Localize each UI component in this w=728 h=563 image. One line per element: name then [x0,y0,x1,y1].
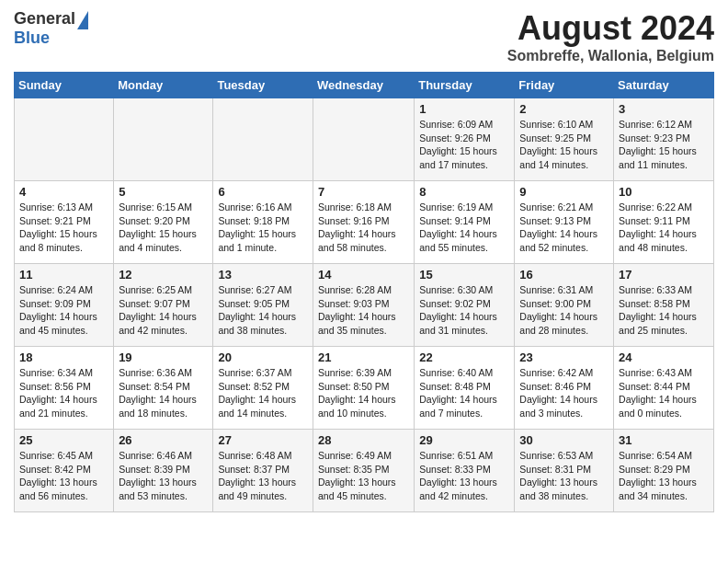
day-number: 22 [419,350,509,364]
calendar-cell: 8Sunrise: 6:19 AM Sunset: 9:14 PM Daylig… [415,181,515,264]
cell-content: Sunrise: 6:48 AM Sunset: 8:37 PM Dayligh… [218,449,308,503]
day-number: 13 [218,268,308,282]
calendar-cell: 25Sunrise: 6:45 AM Sunset: 8:42 PM Dayli… [15,430,114,512]
day-number: 25 [19,433,108,447]
cell-content: Sunrise: 6:22 AM Sunset: 9:11 PM Dayligh… [619,201,709,255]
calendar-cell: 26Sunrise: 6:46 AM Sunset: 8:39 PM Dayli… [114,430,213,512]
cell-content: Sunrise: 6:34 AM Sunset: 8:56 PM Dayligh… [19,366,108,420]
day-number: 4 [19,185,108,199]
calendar-cell: 5Sunrise: 6:15 AM Sunset: 9:20 PM Daylig… [114,181,213,264]
cell-content: Sunrise: 6:19 AM Sunset: 9:14 PM Dayligh… [419,201,509,255]
day-number: 5 [119,185,208,199]
header-thursday: Thursday [415,73,515,98]
calendar-cell [213,98,313,181]
cell-content: Sunrise: 6:12 AM Sunset: 9:23 PM Dayligh… [619,118,709,172]
header-row: SundayMondayTuesdayWednesdayThursdayFrid… [15,73,714,98]
day-number: 8 [419,185,509,199]
day-number: 6 [218,185,308,199]
header-wednesday: Wednesday [313,73,414,98]
calendar-cell [313,98,414,181]
day-number: 23 [519,350,609,364]
calendar-cell: 31Sunrise: 6:54 AM Sunset: 8:29 PM Dayli… [614,430,714,512]
calendar-cell: 19Sunrise: 6:36 AM Sunset: 8:54 PM Dayli… [114,347,213,430]
day-number: 3 [619,102,709,116]
cell-content: Sunrise: 6:21 AM Sunset: 9:13 PM Dayligh… [519,201,609,255]
day-number: 1 [419,102,509,116]
cell-content: Sunrise: 6:09 AM Sunset: 9:26 PM Dayligh… [419,118,509,172]
calendar-cell: 20Sunrise: 6:37 AM Sunset: 8:52 PM Dayli… [213,347,313,430]
week-row-3: 11Sunrise: 6:24 AM Sunset: 9:09 PM Dayli… [15,264,714,347]
week-row-5: 25Sunrise: 6:45 AM Sunset: 8:42 PM Dayli… [15,430,714,512]
cell-content: Sunrise: 6:10 AM Sunset: 9:25 PM Dayligh… [519,118,609,172]
logo-triangle-icon [77,11,88,29]
cell-content: Sunrise: 6:18 AM Sunset: 9:16 PM Dayligh… [318,201,409,255]
calendar-cell: 23Sunrise: 6:42 AM Sunset: 8:46 PM Dayli… [515,347,614,430]
week-row-1: 1Sunrise: 6:09 AM Sunset: 9:26 PM Daylig… [15,98,714,181]
header-tuesday: Tuesday [213,73,313,98]
calendar-cell: 12Sunrise: 6:25 AM Sunset: 9:07 PM Dayli… [114,264,213,347]
day-number: 24 [619,350,709,364]
cell-content: Sunrise: 6:16 AM Sunset: 9:18 PM Dayligh… [218,201,308,255]
cell-content: Sunrise: 6:46 AM Sunset: 8:39 PM Dayligh… [119,449,208,503]
calendar-cell: 13Sunrise: 6:27 AM Sunset: 9:05 PM Dayli… [213,264,313,347]
day-number: 10 [619,185,709,199]
cell-content: Sunrise: 6:27 AM Sunset: 9:05 PM Dayligh… [218,283,308,338]
calendar-cell: 29Sunrise: 6:51 AM Sunset: 8:33 PM Dayli… [415,430,515,512]
calendar-cell: 27Sunrise: 6:48 AM Sunset: 8:37 PM Dayli… [213,430,313,512]
cell-content: Sunrise: 6:30 AM Sunset: 9:02 PM Dayligh… [419,283,509,338]
week-row-4: 18Sunrise: 6:34 AM Sunset: 8:56 PM Dayli… [15,347,714,430]
day-number: 19 [119,350,208,364]
page-header: General Blue August 2024 Sombreffe, Wall… [14,9,714,64]
header-monday: Monday [114,73,213,98]
header-sunday: Sunday [15,73,114,98]
cell-content: Sunrise: 6:39 AM Sunset: 8:50 PM Dayligh… [318,366,409,420]
cell-content: Sunrise: 6:33 AM Sunset: 8:58 PM Dayligh… [619,283,709,338]
day-number: 2 [519,102,609,116]
cell-content: Sunrise: 6:31 AM Sunset: 9:00 PM Dayligh… [519,283,609,338]
day-number: 29 [419,433,509,447]
calendar-cell: 18Sunrise: 6:34 AM Sunset: 8:56 PM Dayli… [15,347,114,430]
calendar-cell: 7Sunrise: 6:18 AM Sunset: 9:16 PM Daylig… [313,181,414,264]
day-number: 9 [519,185,609,199]
day-number: 27 [218,433,308,447]
cell-content: Sunrise: 6:13 AM Sunset: 9:21 PM Dayligh… [19,201,108,255]
day-number: 11 [19,268,108,282]
day-number: 26 [119,433,208,447]
calendar-cell: 15Sunrise: 6:30 AM Sunset: 9:02 PM Dayli… [415,264,515,347]
calendar-cell: 22Sunrise: 6:40 AM Sunset: 8:48 PM Dayli… [415,347,515,430]
calendar-table: SundayMondayTuesdayWednesdayThursdayFrid… [14,72,714,512]
logo: General Blue [14,9,88,48]
header-saturday: Saturday [614,73,714,98]
cell-content: Sunrise: 6:15 AM Sunset: 9:20 PM Dayligh… [119,201,208,255]
calendar-cell: 2Sunrise: 6:10 AM Sunset: 9:25 PM Daylig… [515,98,614,181]
calendar-cell [15,98,114,181]
day-number: 17 [619,268,709,282]
cell-content: Sunrise: 6:43 AM Sunset: 8:44 PM Dayligh… [619,366,709,420]
calendar-cell: 21Sunrise: 6:39 AM Sunset: 8:50 PM Dayli… [313,347,414,430]
day-number: 31 [619,433,709,447]
calendar-cell: 1Sunrise: 6:09 AM Sunset: 9:26 PM Daylig… [415,98,515,181]
cell-content: Sunrise: 6:28 AM Sunset: 9:03 PM Dayligh… [318,283,409,338]
calendar-cell: 3Sunrise: 6:12 AM Sunset: 9:23 PM Daylig… [614,98,714,181]
location-subtitle: Sombreffe, Wallonia, Belgium [507,48,714,64]
calendar-cell: 10Sunrise: 6:22 AM Sunset: 9:11 PM Dayli… [614,181,714,264]
calendar-cell: 14Sunrise: 6:28 AM Sunset: 9:03 PM Dayli… [313,264,414,347]
cell-content: Sunrise: 6:37 AM Sunset: 8:52 PM Dayligh… [218,366,308,420]
calendar-cell: 16Sunrise: 6:31 AM Sunset: 9:00 PM Dayli… [515,264,614,347]
title-block: August 2024 Sombreffe, Wallonia, Belgium [507,9,714,64]
day-number: 18 [19,350,108,364]
day-number: 15 [419,268,509,282]
cell-content: Sunrise: 6:51 AM Sunset: 8:33 PM Dayligh… [419,449,509,503]
calendar-cell: 4Sunrise: 6:13 AM Sunset: 9:21 PM Daylig… [15,181,114,264]
day-number: 20 [218,350,308,364]
calendar-cell [114,98,213,181]
logo-general: General [14,9,75,29]
cell-content: Sunrise: 6:45 AM Sunset: 8:42 PM Dayligh… [19,449,108,503]
day-number: 12 [119,268,208,282]
calendar-cell: 30Sunrise: 6:53 AM Sunset: 8:31 PM Dayli… [515,430,614,512]
day-number: 30 [519,433,609,447]
day-number: 16 [519,268,609,282]
month-year-title: August 2024 [507,9,714,48]
cell-content: Sunrise: 6:49 AM Sunset: 8:35 PM Dayligh… [318,449,409,503]
calendar-cell: 11Sunrise: 6:24 AM Sunset: 9:09 PM Dayli… [15,264,114,347]
